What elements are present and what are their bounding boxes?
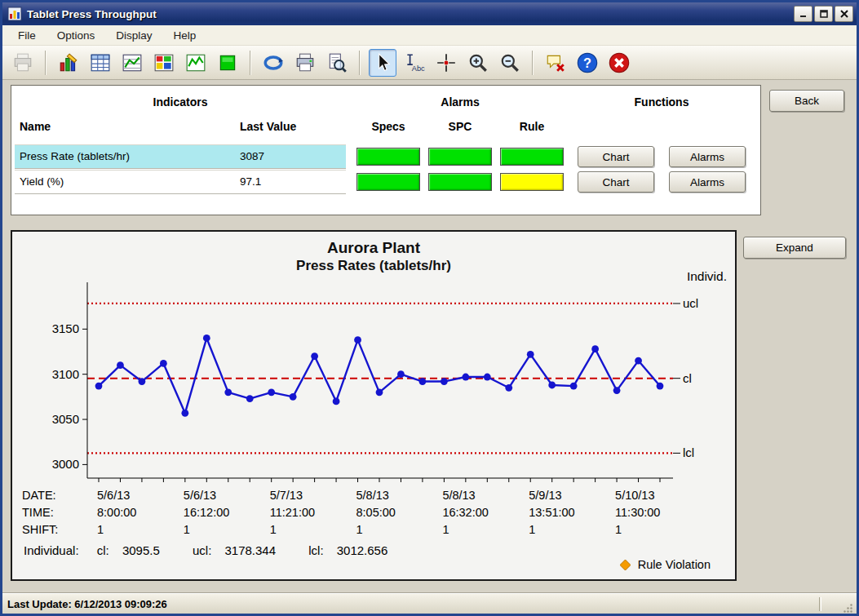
svg-text:cl: cl	[683, 371, 692, 385]
svg-text:8:05:00: 8:05:00	[356, 506, 396, 519]
ucl-label: ucl:	[193, 543, 211, 557]
rule-violation-marker	[620, 560, 631, 570]
lcl-label: lcl:	[308, 543, 323, 557]
svg-text:ucl: ucl	[683, 296, 698, 310]
edit-chart-icon[interactable]	[55, 49, 82, 77]
svg-text:1: 1	[529, 523, 535, 536]
exit-icon[interactable]	[605, 49, 633, 77]
delete-annotation-icon[interactable]	[542, 49, 569, 77]
app-icon	[7, 7, 22, 21]
menu-options[interactable]: Options	[46, 27, 106, 44]
zoom-out-icon[interactable]	[496, 49, 524, 77]
toolbar-separator	[250, 51, 251, 75]
client-area: Indicators Alarms Functions Name Last Va…	[2, 80, 857, 593]
statusbar-divider	[819, 597, 821, 611]
toolbar-separator	[359, 51, 361, 75]
svg-text:1: 1	[442, 523, 449, 536]
chart-button[interactable]: Chart	[578, 171, 654, 193]
titlebar: Tablet Press Throughput	[2, 2, 857, 25]
svg-text:1: 1	[270, 523, 277, 536]
svg-text:DATE:: DATE:	[22, 489, 56, 502]
column-specs: Specs	[356, 120, 421, 133]
spc-status-light	[428, 173, 492, 191]
menubar: File Options Display Help	[2, 25, 857, 46]
chart-legend: Rule Violation	[620, 558, 711, 571]
chart-subtitle: Press Rates (tablets/hr)	[12, 258, 735, 274]
close-button[interactable]	[835, 6, 853, 22]
svg-text:13:51:00: 13:51:00	[529, 506, 574, 519]
chart-button[interactable]: Chart	[578, 146, 654, 167]
lcl-value: 3012.656	[337, 543, 388, 557]
chart-panel: Aurora Plant Press Rates (tablets/hr) In…	[11, 230, 737, 581]
column-last-value: Last Value	[240, 120, 296, 133]
svg-text:3150: 3150	[52, 321, 79, 335]
svg-text:1: 1	[356, 523, 363, 536]
window-title: Tablet Press Throughput	[27, 8, 794, 20]
svg-text:5/7/13: 5/7/13	[270, 489, 303, 502]
svg-text:5/8/13: 5/8/13	[356, 489, 389, 502]
svg-text:8:00:00: 8:00:00	[97, 506, 136, 519]
alarms-button[interactable]: Alarms	[669, 171, 746, 193]
table-trend-icon[interactable]	[118, 49, 146, 77]
control-chart: 3000305031003150uclcllclDATE:TIME:SHIFT:…	[12, 279, 733, 537]
table-row[interactable]: Press Rate (tablets/hr) 3087 Chart Alarm…	[11, 144, 760, 169]
green-tile-icon[interactable]	[214, 49, 241, 77]
row-highlight	[15, 170, 346, 194]
column-rule: Rule	[499, 120, 565, 133]
minimize-button[interactable]	[794, 6, 813, 22]
table-row[interactable]: Yield (%) 97.1 Chart Alarms	[11, 170, 760, 194]
text-annotate-icon[interactable]: Abc	[401, 49, 428, 77]
indicators-header: Indicators	[15, 95, 346, 109]
cl-value: 3095.5	[122, 543, 160, 557]
rule-status-light	[500, 148, 564, 166]
zoom-in-icon[interactable]	[464, 49, 492, 77]
maximize-button[interactable]	[814, 6, 833, 22]
spin-3d-icon[interactable]	[259, 49, 287, 77]
svg-text:3100: 3100	[52, 367, 79, 381]
expand-button[interactable]: Expand	[743, 237, 846, 259]
svg-text:11:30:00: 11:30:00	[615, 506, 660, 519]
indicators-panel: Indicators Alarms Functions Name Last Va…	[11, 85, 761, 215]
add-point-icon[interactable]	[432, 49, 460, 77]
cl-label: cl:	[97, 543, 109, 557]
svg-text:3000: 3000	[52, 457, 79, 471]
svg-text:?: ?	[583, 55, 591, 69]
svg-text:5/6/13: 5/6/13	[97, 489, 130, 502]
print-preview-icon[interactable]	[323, 49, 351, 77]
indicator-last-value: 97.1	[240, 170, 261, 194]
color-grid-icon[interactable]	[150, 49, 178, 77]
column-name: Name	[20, 120, 51, 133]
svg-text:SHIFT:: SHIFT:	[22, 523, 58, 536]
toolbar-separator	[532, 51, 534, 75]
specs-status-light	[356, 173, 420, 191]
help-icon[interactable]: ?	[573, 49, 601, 77]
pointer-select-icon[interactable]	[369, 49, 396, 77]
data-table-icon[interactable]	[86, 49, 114, 77]
indicator-name: Press Rate (tablets/hr)	[20, 144, 130, 169]
rule-status-light	[500, 173, 564, 191]
toolbar-separator	[45, 51, 46, 75]
print-icon[interactable]	[291, 49, 319, 77]
svg-text:5/6/13: 5/6/13	[184, 489, 216, 502]
back-button[interactable]: Back	[769, 90, 844, 112]
svg-text:3050: 3050	[52, 412, 79, 426]
svg-text:TIME:: TIME:	[22, 506, 54, 519]
svg-text:Abc: Abc	[412, 64, 425, 72]
svg-text:16:32:00: 16:32:00	[442, 506, 488, 519]
svg-text:1: 1	[184, 523, 190, 536]
menu-file[interactable]: File	[7, 27, 46, 44]
specs-status-light	[356, 148, 420, 166]
toolbar: Abc	[2, 46, 857, 80]
alarms-button[interactable]: Alarms	[669, 146, 746, 167]
svg-text:1: 1	[615, 523, 622, 536]
trend-chart-icon[interactable]	[182, 49, 210, 77]
menu-display[interactable]: Display	[105, 27, 162, 44]
menu-help[interactable]: Help	[163, 27, 207, 44]
resize-grip[interactable]	[843, 603, 853, 614]
alarms-header: Alarms	[356, 95, 565, 109]
svg-text:lcl: lcl	[683, 445, 694, 459]
ucl-value: 3178.344	[224, 543, 276, 557]
indicator-last-value: 3087	[240, 144, 264, 169]
last-update-text: Last Update: 6/12/2013 09:09:26	[7, 598, 167, 610]
limits-footer: Individual: cl: 3095.5 ucl: 3178.344 lcl…	[24, 543, 387, 557]
